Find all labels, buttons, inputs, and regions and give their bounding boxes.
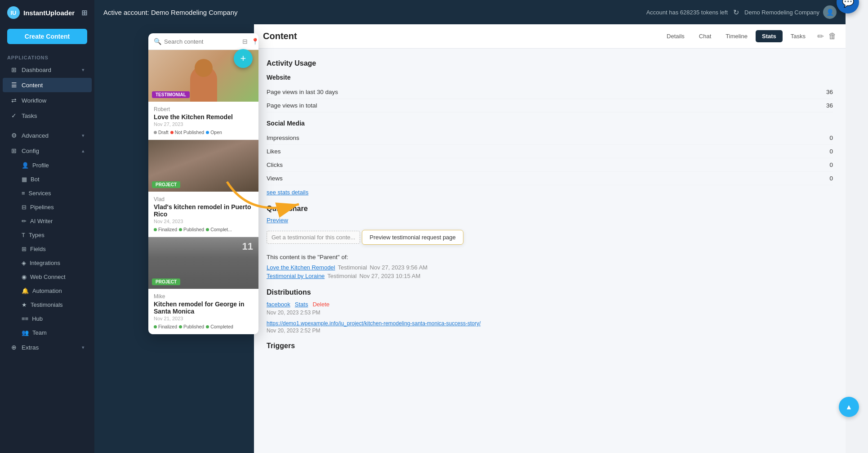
- sidebar-item-label: Config: [22, 148, 78, 154]
- web-connect-icon: ◉: [22, 274, 27, 280]
- stats-label: Impressions: [267, 135, 299, 141]
- card-title: Vlad's kitchen remodel in Puerto Rico: [154, 203, 253, 218]
- distribution-date-2: Nov 20, 2023 2:52 PM: [267, 327, 833, 334]
- sidebar-item-fields[interactable]: ⊞ Fields: [3, 242, 92, 256]
- tab-details[interactable]: Details: [660, 30, 691, 42]
- distribution-date-1: Nov 20, 2023 2:53 PM: [267, 309, 833, 316]
- stats-value: 0: [829, 135, 833, 141]
- list-item[interactable]: PROJECT Mike Kitchen remodel for George …: [148, 237, 258, 334]
- parent-type: Testimonial: [338, 264, 367, 271]
- sidebar-item-label: Tasks: [22, 112, 85, 119]
- tag-completed: Complet...: [206, 227, 232, 232]
- sidebar-item-integrations[interactable]: ◈ Integrations: [3, 256, 92, 269]
- sidebar-item-extras[interactable]: ⊕ Extras ▾: [3, 340, 92, 354]
- advanced-icon: ⚙: [10, 132, 18, 139]
- sidebar-item-label: Extras: [22, 344, 78, 351]
- topbar-company: Demo Remodeling Company 👤: [744, 5, 837, 19]
- sidebar-item-hub[interactable]: ≡≡ Hub: [3, 312, 92, 325]
- social-media-title: Social Media: [267, 120, 833, 127]
- stats-label: Likes: [267, 148, 281, 155]
- sidebar-item-advanced[interactable]: ⚙ Advanced ▾: [3, 128, 92, 143]
- scroll-top-button[interactable]: ▲: [839, 397, 859, 417]
- stats-link[interactable]: Stats: [295, 301, 308, 308]
- search-input[interactable]: [164, 38, 240, 45]
- bot-icon: ▦: [22, 176, 27, 183]
- tab-tasks[interactable]: Tasks: [784, 30, 812, 42]
- card-content-3: Mike Kitchen remodel for George in Santa…: [148, 289, 258, 334]
- sidebar-item-config[interactable]: ⊞ Config ▴: [3, 144, 92, 158]
- sidebar-item-web-connect[interactable]: ◉ Web Connect: [3, 270, 92, 283]
- distribution-url[interactable]: https://demo1.wpexample.info/iu_project/…: [267, 320, 481, 327]
- sidebar-item-team[interactable]: 👥 Team: [3, 326, 92, 339]
- tag-finalized: Finalized: [154, 227, 177, 232]
- filter-icon[interactable]: ⊟: [242, 38, 248, 45]
- delete-distribution-button[interactable]: Delete: [312, 301, 329, 308]
- content-icon: ☰: [10, 81, 18, 89]
- tooltip-box[interactable]: Preview testimonial request page: [362, 230, 463, 245]
- sidebar-item-tasks[interactable]: ✓ Tasks: [3, 108, 92, 123]
- chevron-down-icon: ▾: [82, 345, 85, 350]
- avatar: 👤: [823, 5, 837, 19]
- sidebar-item-types[interactable]: T Types: [3, 229, 92, 242]
- chevron-down-icon: ▾: [82, 133, 85, 139]
- sidebar-item-testimonials[interactable]: ★ Testimonials: [3, 298, 92, 311]
- team-icon: 👥: [22, 329, 29, 336]
- pipelines-icon: ⊟: [22, 204, 27, 211]
- tab-timeline[interactable]: Timeline: [719, 30, 754, 42]
- sidebar-sub-label: Types: [29, 232, 45, 238]
- content-list-panel: 🔍 ⊟ 📍 ✕ TESTIMONIAL Robert Love the Kit: [148, 33, 258, 334]
- testimonial-request-row: Get a testimonial for this conte... Prev…: [267, 227, 833, 246]
- activity-usage-title: Activity Usage: [267, 59, 833, 67]
- ai-writer-icon: ✏: [22, 218, 27, 224]
- integrations-icon: ◈: [22, 260, 26, 266]
- sidebar-item-services[interactable]: ≡ Services: [3, 187, 92, 200]
- parent-item: Love the Kitchen Remodel Testimonial Nov…: [267, 264, 833, 271]
- card-content-2: Vlad Vlad's kitchen remodel in Puerto Ri…: [148, 192, 258, 237]
- parent-type: Testimonial: [327, 273, 356, 279]
- edit-icon[interactable]: ✏: [817, 31, 824, 41]
- automation-icon: 🔔: [22, 287, 29, 294]
- sidebar-item-workflow[interactable]: ⇄ Workflow: [3, 93, 92, 108]
- stats-row: Page views in total 36: [267, 99, 833, 112]
- sidebar-item-bot[interactable]: ▦ Bot: [3, 173, 92, 186]
- location-icon[interactable]: 📍: [251, 38, 258, 45]
- see-stats-link[interactable]: see stats details: [267, 189, 308, 196]
- right-panel-header: Content Details Chat Timeline Stats Task…: [254, 24, 846, 49]
- parent-link-2[interactable]: Testimonial by Loraine: [267, 273, 325, 279]
- parent-date: Nov 27, 2023 10:15 AM: [359, 273, 420, 279]
- stats-value: 36: [826, 102, 833, 109]
- stats-label: Page views in total: [267, 102, 317, 109]
- pin-icon[interactable]: ⊞: [81, 9, 87, 17]
- right-panel-body: Activity Usage Website Page views in las…: [254, 49, 846, 453]
- topbar-title: Active account: Demo Remodeling Company: [103, 9, 237, 16]
- card-tags: Draft Not Published Open: [154, 130, 253, 135]
- refresh-icon[interactable]: ↻: [733, 8, 739, 17]
- facebook-link[interactable]: facebook: [267, 301, 290, 308]
- sidebar-item-pipelines[interactable]: ⊟ Pipelines: [3, 201, 92, 214]
- sidebar-item-label: Workflow: [22, 97, 85, 104]
- sidebar-item-content[interactable]: ☰ Content: [3, 78, 92, 92]
- parent-date: Nov 27, 2023 9:56 AM: [370, 264, 428, 271]
- card-date: Nov 24, 2023: [154, 219, 253, 224]
- add-content-fab-button[interactable]: +: [234, 49, 253, 68]
- workflow-icon: ⇄: [10, 97, 18, 104]
- sidebar-item-automation[interactable]: 🔔 Automation: [3, 284, 92, 297]
- delete-icon[interactable]: 🗑: [828, 31, 837, 41]
- stats-row: Clicks 0: [267, 158, 833, 172]
- preview-link[interactable]: Preview: [267, 217, 288, 224]
- card-date: Nov 27, 2023: [154, 121, 253, 127]
- parent-link-1[interactable]: Love the Kitchen Remodel: [267, 264, 335, 271]
- list-item[interactable]: PROJECT Vlad Vlad's kitchen remodel in P…: [148, 140, 258, 237]
- tab-chat[interactable]: Chat: [693, 30, 717, 42]
- sidebar-sub-label: Pipelines: [30, 204, 54, 211]
- create-content-button[interactable]: Create Content: [7, 29, 87, 44]
- stats-row: Page views in last 30 days 36: [267, 85, 833, 99]
- extras-icon: ⊕: [10, 344, 18, 351]
- sidebar-sub-label: Fields: [30, 246, 46, 252]
- content-tabs: Details Chat Timeline Stats Tasks: [660, 30, 812, 42]
- card-author: Vlad: [154, 196, 253, 202]
- sidebar-item-profile[interactable]: 👤 Profile: [3, 159, 92, 172]
- sidebar-item-ai-writer[interactable]: ✏ AI Writer: [3, 215, 92, 228]
- sidebar-item-dashboard[interactable]: ⊞ Dashboard ▾: [3, 63, 92, 77]
- tab-stats[interactable]: Stats: [756, 30, 783, 42]
